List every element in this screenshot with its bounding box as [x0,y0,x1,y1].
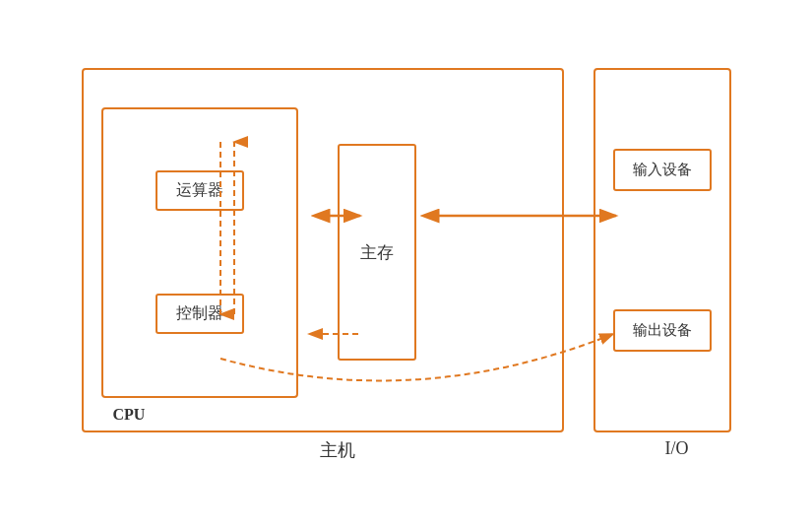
controller-box: 控制器 [156,294,244,334]
host-label: 主机 [96,438,579,462]
alu-box: 运算器 [156,170,244,211]
diagram-wrapper: 运算器 控制器 CPU 主存 输入设备 [67,68,746,462]
input-device-label: 输入设备 [633,162,692,177]
cpu-box: 运算器 控制器 CPU [101,107,298,398]
input-device-box: 输入设备 [613,149,712,191]
cpu-label: CPU [113,406,146,424]
diagram-container: 运算器 控制器 CPU 主存 输入设备 [23,24,790,506]
host-box: 运算器 控制器 CPU 主存 [82,68,564,432]
alu-label: 运算器 [176,181,223,198]
memory-label: 主存 [360,241,394,264]
io-box: 输入设备 输出设备 [593,68,731,432]
memory-box: 主存 [338,144,416,361]
labels-row: 主机 I/O [67,438,746,462]
main-row: 运算器 控制器 CPU 主存 输入设备 [67,68,746,432]
controller-label: 控制器 [176,304,223,321]
io-label: I/O [608,438,746,462]
output-device-label: 输出设备 [633,322,692,338]
output-device-box: 输出设备 [613,309,712,352]
